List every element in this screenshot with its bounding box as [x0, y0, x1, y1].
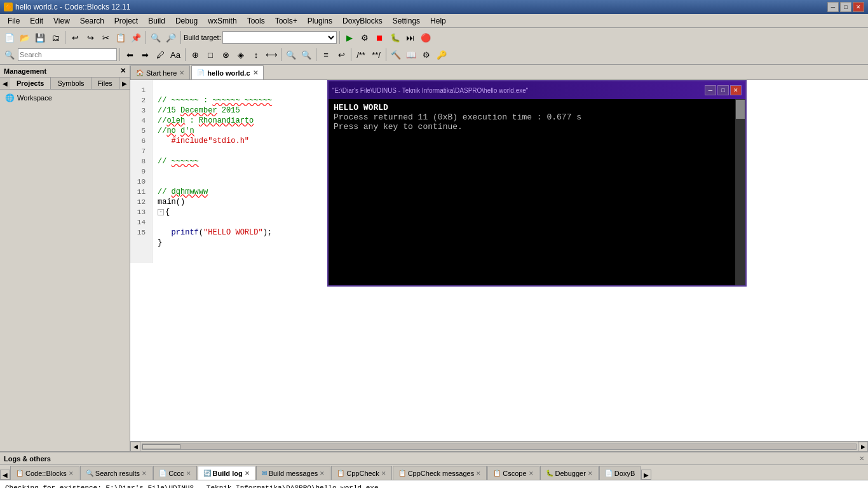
tb2-3[interactable]: ⬅: [123, 48, 137, 62]
tab-hello-world[interactable]: 📄 hello world.c ✕: [191, 65, 263, 79]
btab-codeblocks[interactable]: 📋 Code::Blocks ✕: [10, 466, 79, 480]
btab-cccc[interactable]: 📄 Cccc ✕: [153, 466, 196, 480]
menu-wxsmith[interactable]: wxSmith: [203, 15, 241, 27]
build-btn[interactable]: ⚙: [358, 30, 372, 44]
btab-buildlog-close[interactable]: ✕: [245, 470, 250, 477]
tb2-1[interactable]: 🔍: [3, 48, 17, 62]
scroll-right-btn[interactable]: ▶: [858, 442, 868, 452]
btab-codeblocks-close[interactable]: ✕: [69, 470, 74, 477]
btab-debugger-close[interactable]: ✕: [588, 470, 593, 477]
tb2-18[interactable]: 📖: [404, 48, 418, 62]
tb2-4[interactable]: ➡: [138, 48, 152, 62]
copy-btn[interactable]: 📋: [114, 30, 128, 44]
bottom-panel-close[interactable]: ✕: [859, 455, 864, 462]
console-scrollbar[interactable]: [735, 99, 745, 285]
btab-buildmsg-close[interactable]: ✕: [320, 470, 325, 477]
tab-start-here[interactable]: 🏠 Start here ✕: [130, 65, 190, 79]
panel-nav-left-btn[interactable]: ◀: [1, 79, 10, 88]
btab-search-results[interactable]: 🔍 Search results ✕: [80, 466, 153, 480]
btab-cppcheck-msg-close[interactable]: ✕: [476, 470, 481, 477]
tb2-6[interactable]: Aa: [168, 48, 182, 62]
save-btn[interactable]: 💾: [33, 30, 47, 44]
paste-btn[interactable]: 📌: [129, 30, 143, 44]
bottom-tabs-left[interactable]: ◀: [0, 470, 10, 480]
search-input[interactable]: [20, 51, 115, 58]
find-btn[interactable]: 🔍: [149, 30, 163, 44]
btab-debugger[interactable]: 🐛 Debugger ✕: [540, 466, 599, 480]
btab-buildmsg[interactable]: ✉ Build messages ✕: [256, 466, 331, 480]
panel-tab-symbols[interactable]: Symbols: [51, 78, 91, 89]
menu-settings[interactable]: Settings: [388, 15, 425, 27]
minimize-button[interactable]: ─: [827, 2, 839, 12]
btab-doxyb[interactable]: 📄 DoxyB: [599, 466, 641, 480]
menu-edit[interactable]: Edit: [25, 15, 48, 27]
console-minimize[interactable]: ─: [705, 85, 716, 95]
step-btn[interactable]: ⏭: [403, 30, 417, 44]
tb2-8[interactable]: □: [203, 48, 217, 62]
btab-buildlog[interactable]: 🔄 Build log ✕: [198, 466, 255, 480]
btab-cppcheck[interactable]: 📋 CppCheck ✕: [331, 466, 391, 480]
maximize-button[interactable]: □: [840, 2, 851, 12]
run-btn[interactable]: ▶: [342, 30, 356, 44]
debug-btn[interactable]: 🐛: [388, 30, 402, 44]
btab-search-close[interactable]: ✕: [142, 470, 147, 477]
panel-tab-projects[interactable]: Projects: [10, 78, 51, 89]
save-all-btn[interactable]: 🗂: [48, 30, 62, 44]
tab-hw-close[interactable]: ✕: [253, 69, 258, 76]
menu-plugins[interactable]: Plugins: [302, 15, 337, 27]
console-close[interactable]: ✕: [730, 85, 742, 95]
new-btn[interactable]: 📄: [3, 30, 17, 44]
tb2-17[interactable]: 🔨: [389, 48, 403, 62]
tb2-19[interactable]: ⚙: [419, 48, 433, 62]
tb2-12[interactable]: ⟷: [264, 48, 278, 62]
menu-project[interactable]: Project: [109, 15, 143, 27]
console-scrollbar-thumb[interactable]: [736, 100, 745, 119]
tb2-20[interactable]: 🔑: [435, 48, 449, 62]
bottom-tabs-right[interactable]: ▶: [641, 470, 651, 480]
scroll-thumb[interactable]: [142, 444, 180, 449]
tb2-zoom-out[interactable]: 🔍: [299, 48, 313, 62]
open-btn[interactable]: 📂: [18, 30, 32, 44]
tb2-7[interactable]: ⊕: [188, 48, 202, 62]
replace-btn[interactable]: 🔎: [164, 30, 178, 44]
tb2-zoom-in[interactable]: 🔍: [284, 48, 298, 62]
tb2-9[interactable]: ⊗: [219, 48, 233, 62]
tb2-13[interactable]: ≡: [319, 48, 333, 62]
btab-cppcheck-msg[interactable]: 📋 CppCheck messages ✕: [393, 466, 487, 480]
panel-nav-right-btn[interactable]: ▶: [120, 79, 129, 88]
search-box[interactable]: [18, 48, 117, 61]
menu-search[interactable]: Search: [75, 15, 109, 27]
tb2-10[interactable]: ◈: [234, 48, 248, 62]
stop-btn[interactable]: ⏹: [373, 30, 387, 44]
btab-cscope[interactable]: 📋 Cscope ✕: [487, 466, 539, 480]
menu-build[interactable]: Build: [143, 15, 170, 27]
tab-start-close[interactable]: ✕: [179, 69, 184, 76]
tree-item-workspace[interactable]: 🌐 Workspace: [3, 92, 127, 104]
console-maximize[interactable]: □: [717, 85, 729, 95]
btab-cppcheck-close[interactable]: ✕: [381, 470, 386, 477]
scroll-left-btn[interactable]: ◀: [130, 442, 140, 452]
btab-cscope-close[interactable]: ✕: [529, 470, 534, 477]
undo-btn[interactable]: ↩: [68, 30, 82, 44]
btab-cccc-close[interactable]: ✕: [186, 470, 191, 477]
menu-view[interactable]: View: [48, 15, 75, 27]
menu-debug[interactable]: Debug: [170, 15, 203, 27]
tb2-11[interactable]: ↕: [249, 48, 263, 62]
tb2-15[interactable]: /**: [354, 48, 368, 62]
tb2-16[interactable]: **/: [369, 48, 383, 62]
menu-doxyblocks[interactable]: DoxyBlocks: [337, 15, 388, 27]
build-target-select[interactable]: [222, 31, 337, 44]
breakpoint-btn[interactable]: 🔴: [419, 30, 433, 44]
menu-tools[interactable]: Tools: [242, 15, 270, 27]
scroll-track[interactable]: [142, 444, 857, 450]
menu-toolsplus[interactable]: Tools+: [270, 15, 302, 27]
tb2-14[interactable]: ↩: [334, 48, 348, 62]
close-button[interactable]: ✕: [853, 2, 864, 12]
panel-tab-files[interactable]: Files: [92, 78, 119, 89]
cut-btn[interactable]: ✂: [98, 30, 112, 44]
redo-btn[interactable]: ↪: [83, 30, 97, 44]
menu-file[interactable]: File: [3, 15, 25, 27]
menu-help[interactable]: Help: [425, 15, 451, 27]
panel-close-btn[interactable]: ✕: [120, 67, 126, 75]
tb2-5[interactable]: 🖊: [153, 48, 167, 62]
